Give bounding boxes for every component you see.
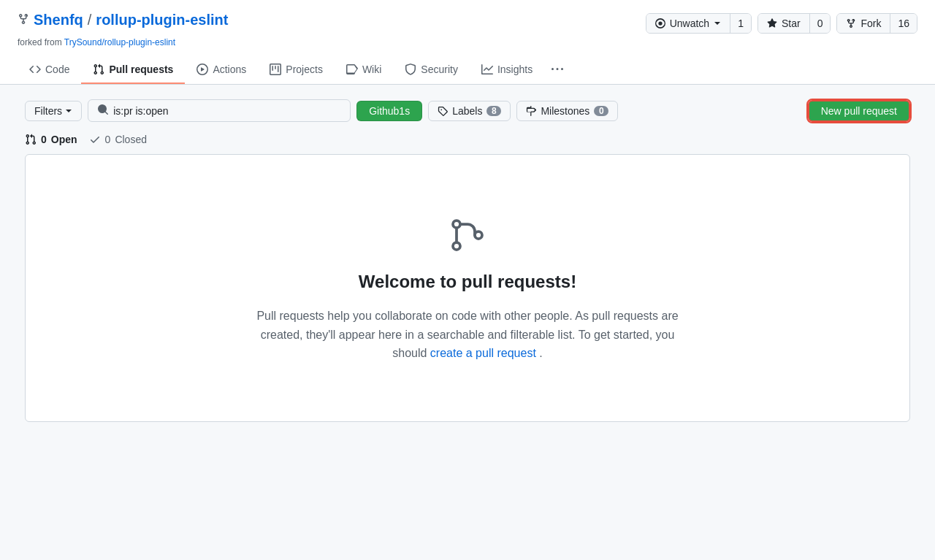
repo-fork-icon <box>18 13 29 28</box>
pr-status-bar: 0 Open 0 Closed <box>25 134 910 154</box>
labels-count: 8 <box>486 106 501 116</box>
tab-security-label: Security <box>421 64 458 75</box>
tab-actions[interactable]: Actions <box>185 56 258 84</box>
tab-insights-label: Insights <box>497 64 533 75</box>
create-pr-link[interactable]: create a pull request <box>430 347 536 359</box>
fork-button-group: Fork 16 <box>836 13 917 34</box>
open-status[interactable]: 0 Open <box>25 134 77 145</box>
milestones-button[interactable]: Milestones 0 <box>516 101 618 121</box>
star-button[interactable]: Star <box>758 14 810 33</box>
tab-insights[interactable]: Insights <box>470 56 544 84</box>
tab-pull-requests[interactable]: Pull requests <box>81 56 185 84</box>
labels-button[interactable]: Labels 8 <box>428 101 511 121</box>
pr-empty-icon <box>446 213 489 257</box>
milestones-label: Milestones <box>541 105 589 117</box>
closed-status[interactable]: 0 Closed <box>89 134 147 145</box>
tab-wiki[interactable]: Wiki <box>335 56 393 84</box>
repo-owner-link[interactable]: Shenfq <box>34 12 83 28</box>
repo-nav: Code Pull requests Actions Projects Wiki… <box>18 56 917 84</box>
open-count: 0 <box>41 134 47 145</box>
forked-source-link[interactable]: TrySound/rollup-plugin-eslint <box>64 37 175 47</box>
fork-button[interactable]: Fork <box>837 14 890 33</box>
tab-code-label: Code <box>45 64 69 75</box>
tab-pull-requests-label: Pull requests <box>109 64 173 75</box>
search-box <box>88 99 351 122</box>
tab-code[interactable]: Code <box>18 56 81 84</box>
fork-label: Fork <box>860 18 881 29</box>
forked-from: forked from TrySound/rollup-plugin-eslin… <box>18 37 917 47</box>
tab-projects[interactable]: Projects <box>258 56 335 84</box>
star-button-group: Star 0 <box>757 13 831 34</box>
watch-count[interactable]: 1 <box>730 14 751 33</box>
filters-label: Filters <box>34 105 62 117</box>
watch-label: Unwatch <box>670 18 709 29</box>
labels-label: Labels <box>452 105 482 117</box>
new-pull-request-button[interactable]: New pull request <box>808 100 910 122</box>
empty-state-description: Pull requests help you collaborate on co… <box>248 307 687 363</box>
star-label: Star <box>782 18 801 29</box>
tab-projects-label: Projects <box>286 64 323 75</box>
tab-more[interactable] <box>544 56 570 84</box>
watch-button-group: Unwatch 1 <box>646 13 752 34</box>
tab-wiki-label: Wiki <box>362 64 381 75</box>
tab-security[interactable]: Security <box>393 56 470 84</box>
github1s-button[interactable]: Github1s <box>356 101 422 121</box>
milestones-count: 0 <box>594 106 608 116</box>
closed-count: 0 <box>105 134 111 145</box>
closed-label: Closed <box>115 134 147 145</box>
tab-actions-label: Actions <box>213 64 246 75</box>
search-input[interactable] <box>113 105 341 117</box>
search-icon <box>97 104 109 118</box>
empty-state-title: Welcome to pull requests! <box>359 272 576 292</box>
main-content: Filters Github1s Labels 8 Milestones 0 N… <box>7 85 928 437</box>
repo-separator: / <box>88 12 92 28</box>
repo-name-link[interactable]: rollup-plugin-eslint <box>96 12 228 28</box>
open-label: Open <box>51 134 77 145</box>
pr-toolbar: Filters Github1s Labels 8 Milestones 0 N… <box>25 99 910 122</box>
repo-action-buttons: Unwatch 1 Star 0 Fo <box>646 13 917 34</box>
watch-button[interactable]: Unwatch <box>646 14 730 33</box>
fork-count[interactable]: 16 <box>890 14 917 33</box>
star-count[interactable]: 0 <box>810 14 831 33</box>
filters-button[interactable]: Filters <box>25 101 82 121</box>
pr-empty-state: Welcome to pull requests! Pull requests … <box>25 154 910 422</box>
